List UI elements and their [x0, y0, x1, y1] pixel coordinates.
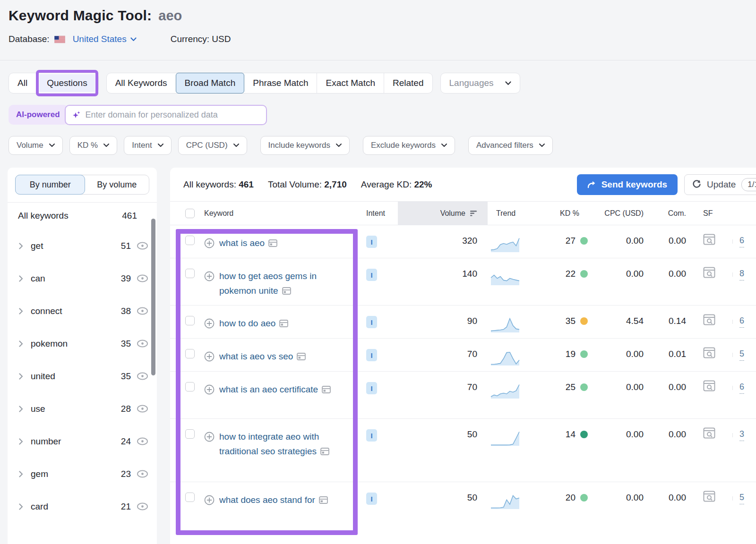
column-intent[interactable]: Intent [360, 209, 398, 218]
sidebar-item-gem[interactable]: gem 23 [8, 458, 157, 490]
keyword-link[interactable]: what does aeo stand for [219, 493, 328, 507]
row-checkbox[interactable] [185, 236, 195, 245]
serp-card-icon[interactable] [319, 496, 328, 504]
filter-volume[interactable]: Volume [9, 136, 63, 155]
sf-count-link[interactable]: 5 [739, 349, 744, 361]
tab-questions[interactable]: Questions [36, 73, 98, 94]
toggle-by-volume[interactable]: By volume [85, 175, 149, 194]
eye-icon[interactable] [137, 437, 148, 445]
intent-badge[interactable]: I [366, 349, 377, 361]
tab-all-keywords[interactable]: All Keywords [107, 73, 176, 94]
filter-kd[interactable]: KD % [69, 136, 117, 155]
intent-badge[interactable]: I [366, 316, 377, 328]
sidebar-item-can[interactable]: can 39 [8, 262, 157, 295]
keyword-link[interactable]: how to do aeo [219, 316, 288, 331]
serp-preview-icon[interactable] [703, 427, 715, 439]
eye-icon[interactable] [137, 340, 148, 348]
serp-card-icon[interactable] [297, 353, 306, 360]
eye-icon[interactable] [137, 405, 148, 413]
languages-dropdown[interactable]: Languages [440, 73, 520, 94]
row-checkbox[interactable] [185, 269, 195, 278]
row-checkbox[interactable] [185, 382, 195, 391]
serp-preview-icon[interactable] [703, 234, 715, 245]
sf-count-link[interactable]: 8 [739, 269, 744, 280]
filter-exclude-keywords[interactable]: Exclude keywords [363, 136, 455, 155]
toggle-by-number[interactable]: By number [15, 175, 85, 195]
sf-count-link[interactable]: 6 [739, 236, 744, 247]
serp-preview-icon[interactable] [703, 347, 715, 358]
serp-preview-icon[interactable] [703, 491, 715, 502]
sidebar-item-pokemon[interactable]: pokemon 35 [8, 327, 157, 360]
eye-icon[interactable] [137, 502, 148, 510]
sf-count-link[interactable]: 6 [739, 382, 744, 394]
add-keyword-icon[interactable] [204, 238, 215, 248]
sidebar-scrollbar[interactable] [151, 219, 155, 375]
column-keyword[interactable]: Keyword [204, 209, 360, 218]
select-all-checkbox[interactable] [185, 209, 195, 218]
serp-card-icon[interactable] [279, 320, 288, 327]
keyword-link[interactable]: what is an aeo certificate [219, 382, 331, 397]
tab-phrase-match[interactable]: Phrase Match [244, 73, 317, 94]
database-selector[interactable]: United States [54, 34, 137, 44]
intent-badge[interactable]: I [366, 269, 377, 281]
eye-icon[interactable] [137, 242, 148, 250]
sf-count-link[interactable]: 6 [739, 316, 744, 328]
intent-badge[interactable]: I [366, 236, 377, 248]
sidebar-item-get[interactable]: get 51 [8, 230, 157, 262]
tab-all[interactable]: All [9, 73, 36, 94]
column-kd[interactable]: KD % [530, 209, 592, 218]
tab-broad-match[interactable]: Broad Match [176, 73, 245, 94]
filter-include-keywords[interactable]: Include keywords [260, 136, 350, 155]
row-checkbox[interactable] [185, 349, 195, 358]
column-sf[interactable]: SF [696, 209, 726, 218]
serp-preview-icon[interactable] [703, 314, 715, 325]
add-keyword-icon[interactable] [204, 318, 215, 329]
chevron-right-icon [19, 406, 23, 412]
sidebar-item-use[interactable]: use 28 [8, 392, 157, 425]
sidebar-item-card[interactable]: card 21 [8, 490, 157, 523]
sf-count-link[interactable]: 3 [739, 429, 744, 441]
intent-badge[interactable]: I [366, 429, 377, 442]
filter-cpc[interactable]: CPC (USD) [178, 136, 247, 155]
filter-intent[interactable]: Intent [124, 136, 172, 155]
filter-advanced[interactable]: Advanced filters [468, 136, 553, 155]
add-keyword-icon[interactable] [204, 432, 215, 442]
keyword-link[interactable]: how to get aeos gems in pokemon unite [219, 269, 352, 298]
serp-card-icon[interactable] [282, 287, 291, 295]
send-keywords-button[interactable]: Send keywords [577, 174, 678, 195]
eye-icon[interactable] [137, 372, 148, 380]
serp-card-icon[interactable] [320, 448, 329, 455]
sidebar-item-connect[interactable]: connect 38 [8, 295, 157, 327]
sf-count-link[interactable]: 5 [739, 493, 744, 504]
sidebar-item-united[interactable]: united 35 [8, 360, 157, 392]
tab-exact-match[interactable]: Exact Match [317, 73, 384, 94]
column-volume[interactable]: Volume [398, 202, 488, 225]
add-keyword-icon[interactable] [204, 495, 215, 505]
keyword-link[interactable]: what is aeo [219, 236, 277, 250]
add-keyword-icon[interactable] [204, 384, 215, 395]
column-trend[interactable]: Trend [488, 209, 530, 218]
eye-icon[interactable] [137, 307, 148, 315]
row-checkbox[interactable] [185, 493, 195, 502]
all-keywords-row[interactable]: All keywords 461 [8, 202, 157, 230]
eye-icon[interactable] [137, 470, 148, 478]
domain-input[interactable] [86, 110, 259, 120]
serp-preview-icon[interactable] [703, 267, 715, 278]
tab-related[interactable]: Related [384, 73, 432, 94]
column-cpc[interactable]: CPC (USD) [592, 209, 653, 218]
keyword-link[interactable]: what is aeo vs seo [219, 349, 306, 364]
row-checkbox[interactable] [185, 429, 195, 439]
intent-badge[interactable]: I [366, 493, 377, 505]
serp-card-icon[interactable] [268, 239, 277, 247]
add-keyword-icon[interactable] [204, 271, 215, 281]
intent-badge[interactable]: I [366, 382, 377, 394]
row-checkbox[interactable] [185, 316, 195, 325]
update-button[interactable]: Update 1/1 [684, 174, 756, 195]
serp-card-icon[interactable] [322, 386, 331, 393]
column-com[interactable]: Com. [653, 209, 696, 218]
sidebar-item-number[interactable]: number 24 [8, 425, 157, 458]
eye-icon[interactable] [137, 274, 148, 282]
serp-preview-icon[interactable] [703, 380, 715, 391]
add-keyword-icon[interactable] [204, 351, 215, 362]
keyword-link[interactable]: how to integrate aeo with traditional se… [219, 429, 337, 459]
